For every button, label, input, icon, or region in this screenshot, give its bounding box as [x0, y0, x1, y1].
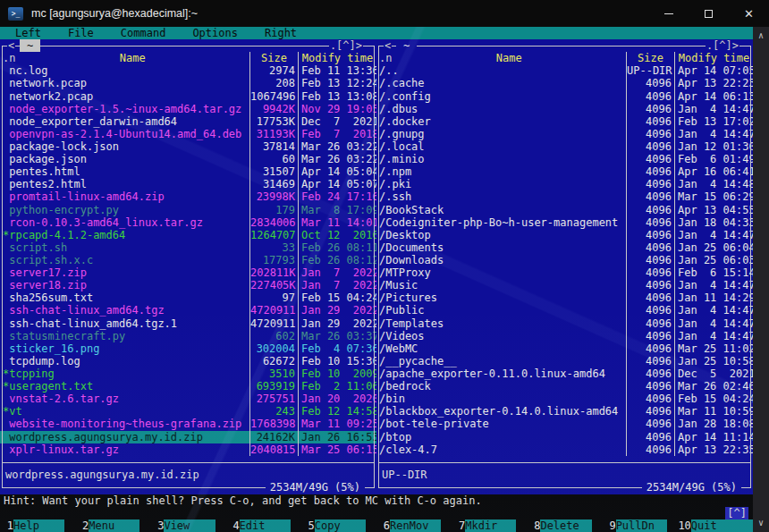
file-row[interactable]: /bedrock4096Mar 26 02:46 — [376, 380, 753, 393]
file-row[interactable]: vnstat-2.6.tar.gz275751Jan 20 2020 — [0, 393, 376, 405]
file-row[interactable]: /.gnupg4096Jan 4 14:47 — [376, 128, 753, 140]
file-row[interactable]: tcpdump.log62672Feb 10 15:30 — [0, 355, 376, 367]
history-back-icon[interactable]: < — [384, 39, 392, 52]
right-panel-path-tab[interactable]: ~ — [396, 39, 417, 52]
file-row[interactable]: /bot-tele-private4096Jan 28 18:08 — [376, 418, 753, 430]
fkey-quit-button[interactable]: 10Quit — [678, 519, 753, 532]
file-row[interactable]: /__pycache__4096Jan 25 10:58 — [376, 355, 753, 367]
menu-options[interactable]: Options — [192, 27, 238, 39]
panel-corner-marks-icon[interactable]: .[^]> — [706, 39, 739, 52]
name-column-header[interactable]: .nName — [0, 52, 249, 64]
fkey-menu-button[interactable]: 2Menu — [75, 519, 150, 532]
shell-prompt[interactable]: agungsurya@hexadecimal:~$ [^] — [0, 507, 753, 519]
file-row[interactable]: statusminecraft.py602Mar 26 03:37 — [0, 330, 376, 342]
file-row[interactable]: /Music4096Jan 4 14:47 — [376, 279, 753, 291]
file-row[interactable]: server17.zip202811KJan 7 2022 — [0, 266, 376, 279]
size-column-header[interactable]: Size — [626, 52, 674, 64]
fkey-pulldn-button[interactable]: 9PullDn — [603, 519, 678, 532]
file-row[interactable]: node_exporter-1.5.~inux-amd64.tar.gz9942… — [0, 103, 376, 115]
file-row[interactable]: /.npm4096Apr 16 06:41 — [376, 165, 753, 178]
left-panel-path-tab[interactable]: ~ — [20, 39, 40, 52]
file-row[interactable]: *rpcapd-4.1.2-amd641264707Oct 12 2016 — [0, 229, 376, 241]
fkey-help-button[interactable]: 1Help — [0, 519, 75, 532]
file-mtime: Jan 25 06:04 — [674, 241, 753, 254]
file-row[interactable]: /.dbus4096Jan 4 14:47 — [376, 103, 753, 115]
file-row[interactable]: sticker_16.png302004Feb 4 07:36 — [0, 342, 376, 355]
history-back-icon[interactable]: < — [7, 39, 15, 52]
mtime-column-header[interactable]: Modify time — [674, 52, 753, 64]
fkey-mkdir-button[interactable]: 7Mkdir — [452, 519, 527, 532]
file-row[interactable]: sha256sum.txt97Feb 15 04:24 — [0, 291, 376, 304]
fkey-delete-button[interactable]: 8Delete — [527, 519, 602, 532]
fkey-view-button[interactable]: 3View — [150, 519, 225, 532]
file-row[interactable]: *vt243Feb 12 14:58 — [0, 405, 376, 418]
file-row[interactable]: network.pcap208Feb 13 12:24 — [0, 77, 376, 89]
file-row[interactable]: /Pictures4096Jan 11 14:29 — [376, 291, 753, 304]
size-column-header[interactable]: Size — [249, 52, 298, 64]
minimize-button[interactable] — [648, 0, 689, 27]
file-row[interactable]: /Downloads4096Jan 25 06:03 — [376, 254, 753, 266]
file-row[interactable]: /btop4096Apr 14 11:14 — [376, 431, 753, 443]
file-row[interactable]: ssh-chat-linux_amd64.tgz4720911Jan 29 20… — [0, 304, 376, 317]
file-row[interactable]: /.docker4096Feb 13 17:02 — [376, 115, 753, 128]
file-row[interactable]: server18.zip227405KJan 7 2022 — [0, 279, 376, 291]
maximize-button[interactable] — [689, 0, 729, 27]
scroll-down-icon[interactable]: ∨ — [753, 516, 769, 530]
file-row[interactable]: website-monitoring~theus-grafana.zip1768… — [0, 418, 376, 430]
file-row[interactable]: promtail-linux-amd64.zip23998KFeb 24 17:… — [0, 190, 376, 203]
file-row[interactable]: /Codeigniter-php-Bo~h-user-management409… — [376, 216, 753, 229]
file-row[interactable]: *useragent.txt693919Feb 2 11:06 — [0, 380, 376, 393]
file-row[interactable]: /WebMC4096Mar 25 11:02 — [376, 342, 753, 355]
file-row[interactable]: xplr-linux.tar.gz2040815Mar 25 06:15 — [0, 443, 376, 456]
file-row[interactable]: script.sh33Feb 26 08:11 — [0, 241, 376, 254]
fkey-copy-button[interactable]: 5Copy — [301, 519, 376, 532]
file-row[interactable]: /.local4096Jan 12 01:30 — [376, 140, 753, 153]
file-row[interactable]: /..UP--DIRApr 14 07:05 — [376, 64, 753, 77]
name-column-header[interactable]: .nName — [376, 52, 626, 64]
file-row[interactable]: network2.pcap1067496Feb 13 13:08 — [0, 90, 376, 103]
file-row[interactable]: /blackbox_exporter-0.14.0.linux-amd64409… — [376, 405, 753, 418]
menu-right[interactable]: Right — [265, 27, 297, 39]
file-row[interactable]: nc.log2974Feb 11 13:36 — [0, 64, 376, 77]
file-row[interactable]: wordpress.agungsurya.my.id.zip24162KJan … — [0, 431, 376, 443]
file-row[interactable]: rcon-0.10.3-amd64_linux.tar.gz2834006Mar… — [0, 216, 376, 229]
file-row[interactable]: /Documents4096Jan 25 06:04 — [376, 241, 753, 254]
window-title: mc [agungsurya@hexadecimal]:~ — [31, 7, 198, 20]
file-row[interactable]: /apache_exporter-0.11.0.linux-amd644096D… — [376, 367, 753, 380]
file-row[interactable]: pentes2.html31469Apr 14 05:07 — [0, 178, 376, 190]
file-row[interactable]: /.minio4096Feb 6 01:49 — [376, 153, 753, 165]
file-row[interactable]: ssh-chat-linux_amd64.tgz.14720911Jan 29 … — [0, 317, 376, 330]
menu-left[interactable]: Left — [15, 27, 41, 39]
fkey-renmov-button[interactable]: 6RenMov — [376, 519, 452, 532]
file-row[interactable]: /MTProxy4096Feb 6 15:14 — [376, 266, 753, 279]
file-row[interactable]: /Public4096Jan 4 14:47 — [376, 304, 753, 317]
scrollbar[interactable]: ∧ ∨ — [753, 27, 769, 532]
file-row[interactable]: /.cache4096Apr 13 22:23 — [376, 77, 753, 89]
file-row[interactable]: python-encrypt.py179Mar 8 17:09 — [0, 204, 376, 216]
file-row[interactable]: /Templates4096Jan 4 14:47 — [376, 317, 753, 330]
file-row[interactable]: script.sh.x.c17793Feb 26 08:12 — [0, 254, 376, 266]
file-row[interactable]: /bin4096Feb 15 04:24 — [376, 393, 753, 405]
fkey-edit-button[interactable]: 4Edit — [226, 519, 301, 532]
file-row[interactable]: /.config4096Apr 14 06:13 — [376, 90, 753, 103]
close-button[interactable]: ✕ — [729, 0, 769, 27]
file-row[interactable]: /BookStack4096Apr 13 04:55 — [376, 204, 753, 216]
file-row[interactable]: /Videos4096Jan 4 14:47 — [376, 330, 753, 342]
file-row[interactable]: /clex-4.74096Apr 13 22:35 — [376, 443, 753, 456]
file-row[interactable]: node_exporter_darwin-amd6417753KDec 7 20… — [0, 115, 376, 128]
mtime-column-header[interactable]: Modify time — [298, 52, 376, 64]
file-row[interactable]: /Desktop4096Jan 4 14:47 — [376, 229, 753, 241]
file-mtime: Apr 14 05:07 — [298, 178, 376, 190]
scroll-up-icon[interactable]: ∧ — [753, 29, 769, 43]
panel-corner-marks-icon[interactable]: .[^]> — [329, 39, 363, 52]
menu-command[interactable]: Command — [121, 27, 166, 39]
file-row[interactable]: package.json60Mar 26 03:22 — [0, 153, 376, 165]
file-row[interactable]: /.pki4096Jan 4 14:48 — [376, 178, 753, 190]
file-row[interactable]: *tcpping3510Feb 10 2009 — [0, 367, 376, 380]
panel-toggle-badge[interactable]: [^] — [725, 507, 748, 519]
file-row[interactable]: openvpn-as-2.1.4-Ubuntu14.amd_64.deb3119… — [0, 128, 376, 140]
file-row[interactable]: /.ssh4096Mar 15 06:29 — [376, 190, 753, 203]
file-row[interactable]: package-lock.json37814Mar 26 03:22 — [0, 140, 376, 153]
menu-file[interactable]: File — [68, 27, 94, 39]
file-row[interactable]: pentes.html31507Apr 14 05:04 — [0, 165, 376, 178]
